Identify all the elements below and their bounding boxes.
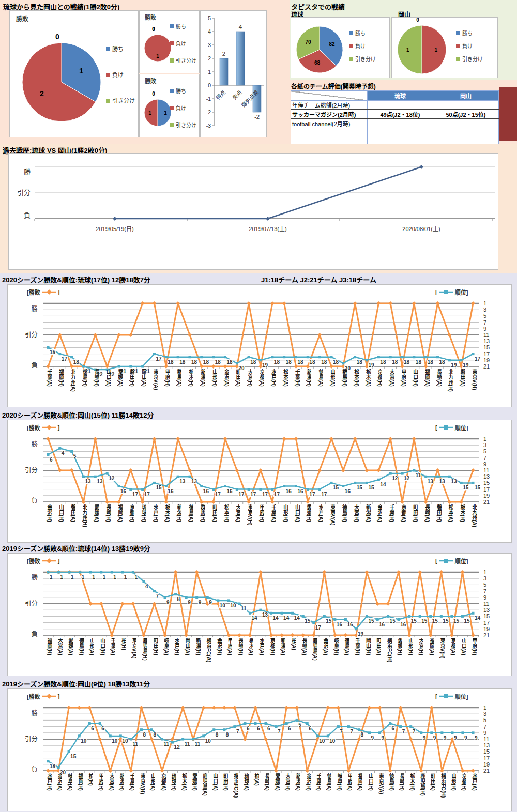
table-column-header[interactable]: 琉球 — [368, 91, 433, 101]
table-value-cell[interactable] — [368, 128, 433, 136]
rank-legend: [順位] — [435, 288, 468, 296]
svg-text:11: 11 — [185, 741, 190, 747]
svg-text:9: 9 — [483, 730, 486, 736]
svg-text:1: 1 — [483, 300, 486, 307]
evaluation-table[interactable]: 琉球岡山年俸チーム総額(2月時)−−サッカーマガジン(2月時)49点(J2・18… — [291, 90, 499, 145]
svg-text:15: 15 — [453, 618, 460, 624]
table-value-cell[interactable]: 50点(J2・15位) — [433, 110, 499, 119]
table-value-cell[interactable]: − — [368, 119, 433, 128]
x-axis-label: 甲府(H) — [95, 773, 103, 810]
small-winloss-pie-panel-2[interactable]: 勝敗 110勝ち負け引き分け — [139, 74, 200, 137]
tapista-okayama-pie-panel[interactable]: 011勝ち負け引き分け — [391, 17, 498, 78]
svg-text:15: 15 — [305, 618, 311, 624]
x-axis-label: 京都(A) — [447, 638, 455, 675]
x-axis-label: 山口(A) — [292, 504, 300, 542]
svg-text:引き分け: 引き分け — [176, 58, 196, 64]
goals-bar-panel[interactable]: -3-2-10123452得点4失点-2得失点差 — [200, 10, 267, 137]
svg-text:15: 15 — [369, 485, 375, 491]
big-winloss-pie-panel[interactable]: 勝敗 120勝ち負け引き分け — [9, 10, 139, 137]
table-row-label-cell[interactable]: 年俸チーム総額(2月時) — [291, 101, 368, 110]
svg-text:5: 5 — [483, 717, 486, 723]
svg-text:19: 19 — [451, 362, 457, 368]
winloss-legend: [勝敗] — [27, 692, 59, 700]
past-matches-line-panel[interactable]: 勝引分負2019/05/19(日)2019/07/13(土)2020/08/01… — [8, 153, 498, 270]
x-axis-label: 柏(A) — [288, 638, 296, 675]
season-chart-title: 2019シーズン勝敗&順位:琉球(14位) 13勝19敗9分 — [2, 543, 150, 553]
table-value-cell[interactable]: 49点(J2・18位) — [368, 110, 433, 119]
x-axis-label: 栃木(A) — [362, 369, 371, 406]
table-value-cell[interactable]: − — [433, 101, 499, 110]
season-2019-okayama-chart: 13579111315171921勝引分負1820151066101011881… — [8, 689, 511, 811]
svg-text:15: 15 — [421, 618, 428, 624]
x-axis-label: 愛媛(A) — [114, 369, 123, 406]
x-axis-label: 磐田(H) — [433, 504, 442, 542]
table-value-cell[interactable]: − — [433, 119, 499, 128]
svg-text:16: 16 — [337, 622, 343, 627]
chart-title: 勝敗 — [145, 76, 156, 85]
svg-text:1: 1 — [208, 69, 211, 75]
table-row-label-cell[interactable]: サッカーマガジン(2月時) — [291, 110, 368, 119]
svg-text:15: 15 — [333, 485, 339, 491]
svg-text:1: 1 — [483, 704, 486, 711]
svg-text:17: 17 — [475, 356, 481, 362]
svg-text:1: 1 — [483, 436, 486, 442]
x-axis-label: 町田(A) — [209, 504, 217, 542]
tapista-ryukyu-pie-chart: 826870勝ち負け引き分け — [291, 18, 389, 78]
x-axis-label: 町田(H) — [409, 504, 418, 542]
x-axis-label: 町田(A) — [373, 638, 381, 675]
small-winloss-pie-panel-1[interactable]: 勝敗 010勝ち負け引き分け — [139, 10, 200, 73]
x-axis-label: 長崎(A) — [298, 638, 307, 675]
svg-text:9: 9 — [464, 735, 467, 741]
x-axis-label: 岐阜(H) — [330, 638, 339, 675]
winloss-series-marker-icon — [41, 289, 57, 295]
svg-text:9: 9 — [454, 735, 457, 741]
svg-text:15: 15 — [463, 485, 469, 491]
table-value-cell[interactable]: − — [368, 101, 433, 110]
svg-text:18: 18 — [191, 359, 197, 365]
svg-text:5: 5 — [73, 453, 77, 459]
svg-text:13: 13 — [85, 479, 92, 484]
x-axis-label: 京都(H) — [126, 504, 134, 542]
x-axis-label: 岐阜(H) — [333, 773, 342, 810]
big-winloss-pie-chart: 120勝ち負け引き分け — [10, 11, 138, 137]
tapista-okayama-pie-chart: 011勝ち負け引き分け — [392, 18, 497, 78]
svg-text:16: 16 — [227, 488, 233, 494]
svg-text:負け: 負け — [112, 72, 124, 78]
svg-text:15: 15 — [369, 618, 375, 624]
x-axis-label: 甲府(A) — [344, 773, 352, 810]
svg-text:11: 11 — [241, 606, 247, 611]
svg-text:勝ち: 勝ち — [355, 30, 366, 36]
svg-text:6: 6 — [50, 457, 53, 463]
x-axis-label: 山形(H) — [280, 504, 288, 542]
svg-text:1: 1 — [406, 47, 409, 53]
svg-text:6: 6 — [309, 726, 312, 731]
x-axis-label: 東京V(H) — [244, 504, 252, 542]
season-2019-okayama-chart-panel[interactable]: 13579111315171921勝引分負1820151066101011881… — [7, 688, 512, 811]
svg-text:17: 17 — [315, 625, 322, 631]
svg-text:4: 4 — [208, 28, 211, 35]
x-axis-label: 琉球(A) — [240, 773, 249, 810]
svg-text:17: 17 — [62, 356, 68, 362]
svg-text:16: 16 — [379, 622, 385, 627]
table-row-label-cell[interactable]: football channel(2月時) — [291, 119, 368, 128]
svg-text:11: 11 — [483, 467, 489, 473]
table-column-header[interactable]: 岡山 — [433, 91, 499, 101]
x-axis-label: 町田(A) — [232, 369, 240, 406]
x-axis-label: 栃木(A) — [245, 638, 253, 675]
svg-text:18: 18 — [321, 359, 327, 365]
svg-text:7: 7 — [278, 729, 281, 734]
svg-text:1: 1 — [82, 574, 85, 580]
table-value-cell[interactable] — [433, 128, 499, 136]
svg-text:16: 16 — [298, 488, 304, 494]
x-axis-label: 福岡(A) — [114, 504, 123, 542]
x-axis-label: 京都(H) — [458, 773, 466, 810]
table-corner-diagonal-cell[interactable] — [291, 91, 368, 101]
svg-text:13: 13 — [428, 479, 434, 484]
table-row-label-cell[interactable] — [291, 128, 368, 136]
svg-text:引分: 引分 — [25, 736, 38, 743]
svg-text:10: 10 — [329, 738, 336, 744]
svg-text:15: 15 — [432, 618, 438, 624]
tapista-ryukyu-pie-panel[interactable]: 826870勝ち負け引き分け — [291, 17, 390, 78]
x-axis-label: 松本(A) — [445, 504, 453, 542]
svg-text:8: 8 — [177, 596, 180, 602]
